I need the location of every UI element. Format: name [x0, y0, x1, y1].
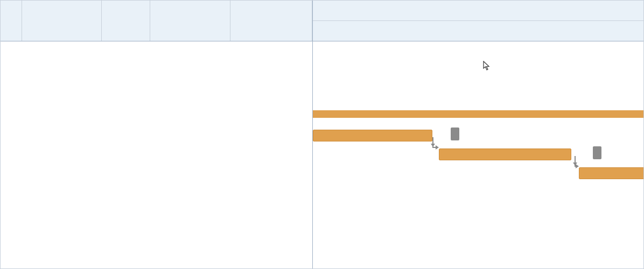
timeline-pane — [313, 1, 643, 268]
timeline-header — [313, 1, 643, 41]
timeline-range-label[interactable] — [313, 21, 643, 41]
gantt-view — [0, 0, 644, 269]
resource-tag-analyst — [451, 128, 459, 140]
col-header-end[interactable] — [230, 1, 312, 41]
timeline-header-top — [313, 1, 643, 21]
col-header-num[interactable] — [22, 1, 102, 41]
gantt-bar-draft[interactable] — [439, 148, 571, 160]
grid-body[interactable] — [1, 41, 312, 268]
gantt-bar-develop[interactable] — [579, 167, 643, 179]
gantt-summary-bar[interactable] — [313, 110, 643, 118]
grid-pane — [1, 1, 313, 268]
grid-header — [1, 1, 312, 41]
cursor-icon — [483, 61, 491, 73]
col-header-title[interactable] — [102, 1, 150, 41]
timeline-body[interactable] — [313, 41, 643, 268]
resource-tag-analyst — [593, 146, 601, 159]
col-header-start[interactable] — [150, 1, 231, 41]
gantt-bar-conduct[interactable] — [313, 130, 432, 141]
col-toggle — [1, 1, 22, 41]
